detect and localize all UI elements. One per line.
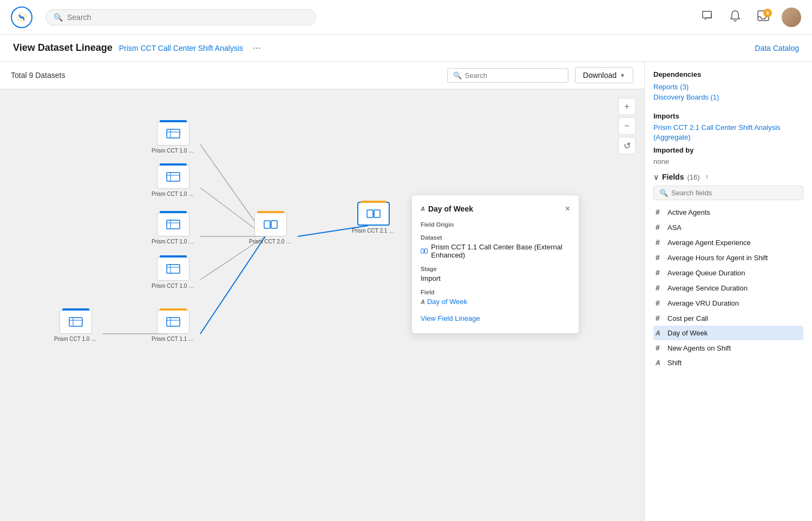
- field-item-2[interactable]: #Average Agent Experience: [653, 235, 803, 250]
- field-item-0[interactable]: #Active Agents: [653, 205, 803, 220]
- node-box-6: [157, 257, 189, 281]
- dataset-node-7[interactable]: Prism CCT 1.0 Call Center Base (: [54, 310, 97, 342]
- node-box-2: [157, 165, 189, 189]
- field-label-9: New Agents on Shift: [667, 344, 731, 352]
- field-type-icon-2: #: [656, 238, 663, 247]
- global-search-bar[interactable]: 🔍: [45, 9, 316, 25]
- imported-by-section: Imported by none: [653, 142, 803, 166]
- field-label-1: ASA: [667, 223, 682, 232]
- inbox-button[interactable]: 8: [754, 8, 773, 27]
- field-item-5[interactable]: #Average Service Duration: [653, 280, 803, 295]
- svg-rect-19: [271, 221, 277, 228]
- fields-toggle-button[interactable]: ∨: [653, 173, 659, 181]
- top-navigation: 🔍 8: [0, 0, 812, 35]
- page-header: View Dataset Lineage Prism CCT Call Cent…: [0, 35, 812, 62]
- field-item-10[interactable]: AShift: [653, 355, 803, 370]
- dataset-node-3[interactable]: Prism CCT 1.0 Agent Mapping Ba: [152, 213, 195, 245]
- field-label-10: Shift: [667, 359, 682, 367]
- right-panel: Dependencies Reports (3) Discovery Board…: [644, 62, 812, 521]
- field-item-9[interactable]: #New Agents on Shift: [653, 340, 803, 355]
- view-field-lineage-button[interactable]: View Field Lineage: [421, 312, 570, 325]
- fields-search[interactable]: 🔍: [653, 186, 803, 200]
- dataset-node-8[interactable]: Prism CCT 1.1 Call Center Base (: [152, 310, 195, 342]
- graph-canvas[interactable]: Prism CCT 1.0 Agent Tenure (WD) Prism CC…: [0, 89, 644, 521]
- import-link[interactable]: Prism CCT 2.1 Call Center Shift Analysis…: [653, 123, 781, 141]
- field-type-icon: A: [421, 299, 425, 305]
- field-label-8: Day of Week: [667, 329, 708, 337]
- stage-value: Import: [421, 274, 570, 282]
- canvas-toolbar: Total 9 Datasets 🔍 Download ▼: [0, 62, 644, 89]
- svg-rect-21: [367, 210, 373, 217]
- node-box-4: [254, 213, 287, 236]
- breadcrumb-link[interactable]: Prism CCT Call Center Shift Analysis: [119, 44, 243, 52]
- svg-rect-15: [167, 220, 180, 229]
- field-label-4: Average Queue Duration: [667, 269, 745, 277]
- dataset-node-4[interactable]: Prism CCT 2.0 Call Center (Blend): [249, 213, 292, 245]
- page-title: View Dataset Lineage: [13, 42, 113, 54]
- field-value-link[interactable]: Day of Week: [427, 298, 467, 306]
- download-button[interactable]: Download ▼: [575, 67, 633, 83]
- field-row: A Day of Week: [421, 298, 570, 306]
- data-catalog-link[interactable]: Data Catalog: [755, 44, 799, 52]
- reports-link[interactable]: Reports (3): [653, 83, 803, 91]
- dataset-node-6[interactable]: Prism CCT 1.0 Call Center Survey: [152, 257, 195, 289]
- workday-logo[interactable]: [11, 6, 32, 28]
- field-item-7[interactable]: #Cost per Call: [653, 311, 803, 326]
- dataset-node-5[interactable]: Prism CCT 2.1 Call Ce: [352, 202, 395, 234]
- bell-icon: [730, 10, 741, 24]
- dataset-label: Dataset: [421, 234, 570, 241]
- dataset-icon: [421, 247, 428, 255]
- node-label-8: Prism CCT 1.1 Call Center Base (: [152, 336, 195, 342]
- node-label-4: Prism CCT 2.0 Call Center (Blend): [249, 239, 292, 245]
- zoom-out-button[interactable]: −: [618, 117, 636, 135]
- stage-label: Stage: [421, 266, 570, 272]
- svg-rect-9: [167, 129, 180, 138]
- field-item-3[interactable]: #Average Hours for Agent in Shift: [653, 250, 803, 265]
- popup-type-icon: A: [421, 206, 425, 212]
- field-item-8[interactable]: ADay of Week: [653, 326, 803, 340]
- dataset-row: Prism CCT 1.1 Call Center Base (External…: [421, 243, 570, 259]
- field-type-icon-4: #: [656, 268, 663, 277]
- svg-rect-33: [421, 249, 424, 253]
- canvas-area: Total 9 Datasets 🔍 Download ▼: [0, 62, 644, 521]
- discovery-boards-link[interactable]: Discovery Boards (1): [653, 93, 803, 101]
- dataset-node-2[interactable]: Prism CCT 1.0 Call Center Agents: [152, 165, 195, 197]
- dataset-node-1[interactable]: Prism CCT 1.0 Agent Tenure (WD): [152, 122, 195, 154]
- canvas-search[interactable]: 🔍: [447, 68, 568, 83]
- field-label-5: Average Service Duration: [667, 284, 748, 292]
- node-box-3: [157, 213, 189, 236]
- fields-search-input[interactable]: [671, 189, 797, 197]
- more-options-button[interactable]: ···: [250, 41, 264, 55]
- field-type-icon-5: #: [656, 283, 663, 292]
- imported-by-value: none: [653, 157, 669, 166]
- user-avatar[interactable]: [782, 8, 801, 27]
- zoom-in-icon: +: [624, 102, 629, 111]
- field-type-icon-9: #: [656, 344, 663, 352]
- field-label-2: Average Agent Experience: [667, 239, 751, 247]
- avatar-image: [782, 8, 801, 27]
- notifications-button[interactable]: [725, 8, 745, 27]
- inbox-badge: 8: [763, 9, 772, 17]
- refresh-button[interactable]: ↺: [618, 137, 636, 154]
- field-item-4[interactable]: #Average Queue Duration: [653, 265, 803, 280]
- canvas-search-icon: 🔍: [453, 71, 462, 80]
- search-input[interactable]: [67, 13, 308, 22]
- imports-section: Imports Prism CCT 2.1 Call Center Shift …: [653, 112, 803, 142]
- field-popup: A Day of Week × Field Origin Dataset: [411, 195, 579, 334]
- refresh-icon: ↺: [624, 141, 631, 151]
- popup-close-button[interactable]: ×: [565, 204, 570, 214]
- field-type-icon-10: A: [656, 359, 663, 367]
- fields-sort-button[interactable]: ↑: [705, 173, 709, 181]
- svg-rect-30: [167, 318, 180, 326]
- popup-header: A Day of Week ×: [421, 204, 570, 214]
- zoom-in-button[interactable]: +: [618, 98, 636, 115]
- chat-button[interactable]: [697, 8, 717, 27]
- field-item-1[interactable]: #ASA: [653, 220, 803, 235]
- node-label-6: Prism CCT 1.0 Call Center Survey: [152, 283, 195, 289]
- node-label-1: Prism CCT 1.0 Agent Tenure (WD): [152, 148, 195, 154]
- field-type-icon-1: #: [656, 223, 663, 232]
- field-item-6[interactable]: #Average VRU Duration: [653, 295, 803, 311]
- fields-list: #Active Agents#ASA#Average Agent Experie…: [653, 205, 803, 370]
- fields-title: Fields: [662, 173, 684, 181]
- canvas-search-input[interactable]: [465, 71, 562, 80]
